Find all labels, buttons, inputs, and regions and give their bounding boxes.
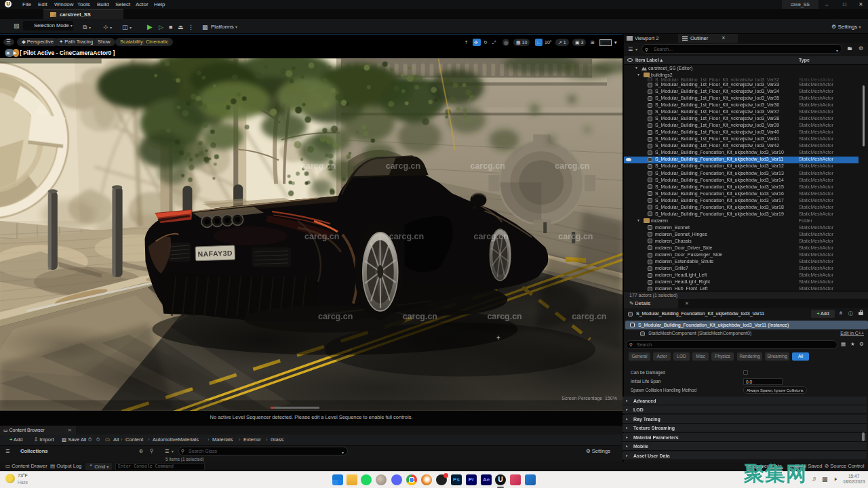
- svg-text:carcg.cn: carcg.cn: [318, 312, 353, 321]
- svg-text:carcg.cn: carcg.cn: [304, 232, 339, 241]
- svg-text:carcg.cn: carcg.cn: [572, 312, 606, 321]
- svg-text:carcg.cn: carcg.cn: [386, 161, 420, 171]
- svg-text:carcg.cn: carcg.cn: [487, 312, 521, 321]
- svg-text:carcg.cn: carcg.cn: [558, 232, 593, 241]
- svg-text:carcg.cn: carcg.cn: [470, 161, 505, 171]
- svg-text:carcg.cn: carcg.cn: [389, 232, 424, 241]
- svg-text:carcg.cn: carcg.cn: [403, 312, 437, 321]
- svg-text:NAFAY3D: NAFAY3D: [197, 249, 233, 258]
- svg-text:carcg.cn: carcg.cn: [555, 161, 589, 171]
- svg-text:carcg.cn: carcg.cn: [473, 232, 508, 241]
- svg-text:carcg.cn: carcg.cn: [301, 161, 336, 171]
